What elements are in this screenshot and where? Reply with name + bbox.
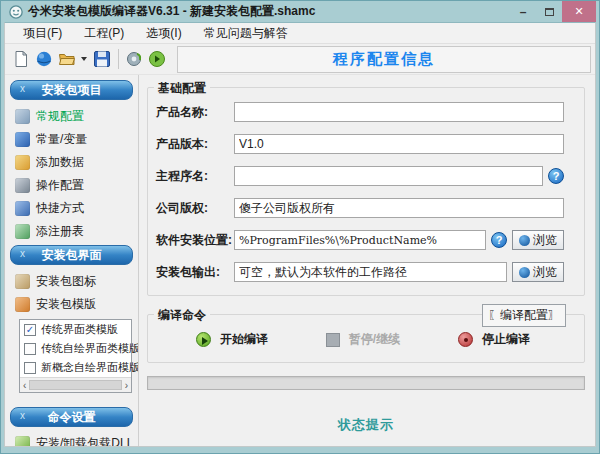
help-icon[interactable]: ? [548, 168, 564, 184]
copyright-label: 公司版权: [156, 200, 234, 217]
collapse-icon[interactable]: x [20, 248, 25, 259]
shortcut-icon [15, 201, 30, 216]
page-title: 程序配置信息 [177, 46, 591, 73]
pause-icon [326, 333, 340, 347]
sidebar-item-package-icon[interactable]: 安装包图标 [5, 270, 138, 293]
close-button[interactable]: ✕ [562, 1, 596, 22]
menu-engineering[interactable]: 工程(P) [82, 23, 126, 44]
product-version-label: 产品版本: [156, 136, 234, 153]
install-location-label: 软件安装位置: [156, 232, 234, 249]
browse-label: 浏览 [533, 264, 557, 281]
maximize-button[interactable] [536, 1, 562, 22]
sidebar-item-general-config[interactable]: 常规配置 [5, 105, 138, 128]
sidebar-item-dll[interactable]: 安装/卸载包载DLL [5, 432, 138, 446]
main-panel: 基础配置 产品名称: 产品版本: 主程序名: ? [139, 75, 595, 446]
sidebar-item-registry[interactable]: 添注册表 [5, 220, 138, 243]
basic-config-group: 基础配置 产品名称: 产品版本: 主程序名: ? [147, 87, 585, 296]
template-option-new-concept[interactable]: 新概念自绘界面模版 [20, 358, 131, 377]
sidebar-item-label: 安装包模版 [36, 296, 96, 313]
sidebar-item-label: 添注册表 [36, 223, 84, 240]
compile-config-button[interactable]: 〖编译配置〗 [482, 304, 566, 327]
form-row-install-location: 软件安装位置: ? 浏览 [156, 230, 564, 250]
sidebar: x 安装包项目 常规配置 常量/变量 添加数据 操作配置 [5, 75, 139, 446]
globe-mini-icon [519, 235, 530, 246]
group-title: 编译命令 [154, 307, 210, 324]
product-name-label: 产品名称: [156, 104, 234, 121]
form-row-output-path: 安装包输出: 浏览 [156, 262, 564, 282]
operations-icon [15, 178, 30, 193]
stop-compile-label: 停止编译 [482, 331, 530, 348]
pause-resume-label: 暂停/继续 [349, 331, 400, 348]
browse-install-location-button[interactable]: 浏览 [512, 230, 564, 250]
compile-icon[interactable] [125, 50, 143, 68]
template-option-classic-custom[interactable]: 传统自绘界面类模版 [20, 339, 131, 358]
template-option-label: 传统界面类模版 [41, 322, 118, 337]
sidebar-item-package-template[interactable]: 安装包模版 [5, 293, 138, 316]
checkbox[interactable] [24, 343, 36, 355]
install-location-input[interactable] [234, 230, 486, 250]
run-icon[interactable] [148, 50, 166, 68]
general-config-icon [15, 109, 30, 124]
maximize-icon [545, 8, 554, 16]
scroll-right-icon[interactable]: › [125, 380, 128, 391]
start-compile-icon [196, 332, 211, 347]
sidebar-item-label: 常量/变量 [36, 131, 87, 148]
browse-output-path-button[interactable]: 浏览 [512, 262, 564, 282]
sidebar-section-package-ui[interactable]: x 安装包界面 [10, 245, 133, 265]
open-file-icon[interactable] [58, 50, 76, 68]
globe-mini-icon [519, 267, 530, 278]
output-path-input[interactable] [234, 262, 507, 282]
app-window: 兮米安装包模版编译器V6.31 - 新建安装包配置.shamc – ✕ 项目(F… [0, 0, 600, 454]
new-file-icon[interactable] [12, 50, 30, 68]
group-title: 基础配置 [154, 80, 210, 97]
compile-command-group: 编译命令 〖编译配置〗 开始编译 暂停/继续 停止编译 [147, 314, 585, 363]
scrollbar-thumb[interactable] [29, 380, 121, 390]
scroll-left-icon[interactable]: ‹ [23, 380, 26, 391]
sidebar-section-command-settings[interactable]: x 命令设置 [10, 407, 133, 427]
toolbar-separator [118, 49, 119, 69]
compile-progress-bar [147, 376, 585, 390]
sidebar-item-label: 快捷方式 [36, 200, 84, 217]
template-option-label: 新概念自绘界面模版 [41, 360, 139, 375]
form-row-main-program: 主程序名: ? [156, 166, 564, 186]
pause-resume-button[interactable]: 暂停/继续 [326, 331, 400, 348]
titlebar: 兮米安装包模版编译器V6.31 - 新建安装包配置.shamc – ✕ [4, 1, 596, 22]
save-icon[interactable] [93, 50, 111, 68]
start-compile-button[interactable]: 开始编译 [196, 331, 268, 348]
sidebar-item-label: 安装包图标 [36, 273, 96, 290]
sidebar-item-constants-variables[interactable]: 常量/变量 [5, 128, 138, 151]
output-path-label: 安装包输出: [156, 264, 234, 281]
collapse-icon[interactable]: x [20, 410, 25, 421]
package-image-icon [15, 274, 30, 289]
menu-options[interactable]: 选项(I) [144, 23, 183, 44]
menu-faq[interactable]: 常见问题与解答 [202, 23, 290, 44]
checkbox[interactable] [24, 362, 36, 374]
template-option-classic[interactable]: ✓ 传统界面类模版 [20, 320, 131, 339]
sidebar-item-add-data[interactable]: 添加数据 [5, 151, 138, 174]
sidebar-item-label: 安装/卸载包载DLL [36, 435, 133, 446]
main-program-label: 主程序名: [156, 168, 234, 185]
browse-label: 浏览 [533, 232, 557, 249]
registry-icon [15, 224, 30, 239]
open-dropdown-icon[interactable] [81, 57, 87, 61]
toolbar: 程序配置信息 [5, 44, 595, 75]
copyright-input[interactable] [234, 198, 564, 218]
horizontal-scrollbar[interactable]: ‹ › [20, 377, 131, 392]
stop-compile-button[interactable]: 停止编译 [458, 331, 530, 348]
collapse-icon[interactable]: x [20, 83, 25, 94]
app-icon [9, 5, 23, 19]
minimize-button[interactable]: – [510, 1, 536, 22]
product-name-input[interactable] [234, 102, 564, 122]
globe-icon[interactable] [35, 50, 53, 68]
sidebar-item-operation-config[interactable]: 操作配置 [5, 174, 138, 197]
sidebar-item-shortcut[interactable]: 快捷方式 [5, 197, 138, 220]
sidebar-item-label: 操作配置 [36, 177, 84, 194]
template-option-label: 传统自绘界面类模版 [41, 341, 139, 356]
main-program-input[interactable] [234, 166, 543, 186]
sidebar-section-package-project[interactable]: x 安装包项目 [10, 80, 133, 100]
product-version-input[interactable] [234, 134, 564, 154]
help-icon[interactable]: ? [491, 232, 507, 248]
menu-project[interactable]: 项目(F) [21, 23, 64, 44]
stop-compile-icon [458, 332, 473, 347]
checkbox[interactable]: ✓ [24, 324, 36, 336]
